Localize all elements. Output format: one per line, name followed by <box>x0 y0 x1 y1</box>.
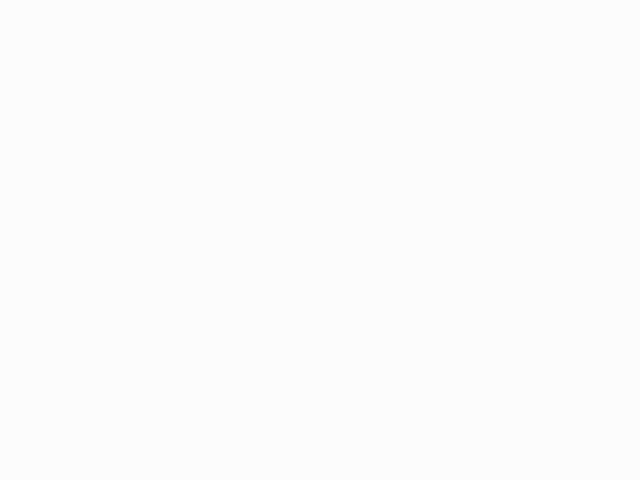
chart-canvas <box>0 0 640 480</box>
chart-window <box>0 0 640 480</box>
